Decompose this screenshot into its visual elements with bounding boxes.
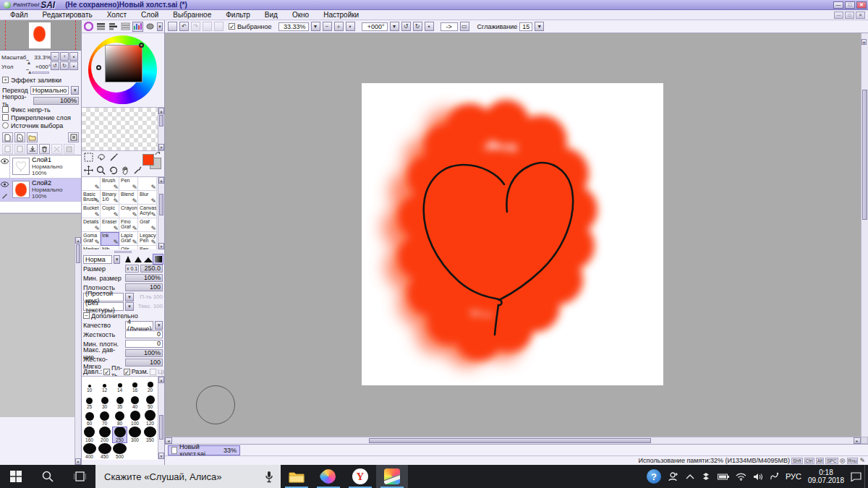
layer-list-scrollbar[interactable]: ▲ ▼ bbox=[75, 237, 81, 465]
zoom-out-button[interactable]: − bbox=[323, 22, 332, 31]
size-option[interactable]: 40 bbox=[127, 393, 142, 410]
tool-cell-nib[interactable]: Nib✎ bbox=[101, 246, 119, 249]
layer-row-2-selected[interactable]: Слой2 Нормально 100% bbox=[0, 179, 81, 202]
scroll-thumb[interactable] bbox=[159, 415, 163, 440]
taskbar-painttool-sai-active[interactable] bbox=[376, 465, 408, 488]
menu-edit[interactable]: Редактировать bbox=[35, 11, 100, 19]
size-option[interactable]: 50 bbox=[142, 393, 158, 410]
taskbar-clock[interactable]: 0:18 09.07.2018 bbox=[808, 468, 844, 484]
invert-selection-button[interactable] bbox=[214, 22, 224, 31]
tool-cell-fino-graf[interactable]: Fino Graf✎ bbox=[119, 218, 138, 232]
size-option[interactable]: 350 bbox=[142, 427, 158, 443]
swatches-tab[interactable] bbox=[132, 22, 143, 32]
rotation-angle-field[interactable]: +000° bbox=[362, 22, 388, 31]
scroll-down-button[interactable]: ▼ bbox=[158, 144, 164, 150]
menu-layer[interactable]: Слой bbox=[134, 11, 166, 19]
brush-edge-sharp[interactable] bbox=[123, 254, 132, 264]
max-pressure-slider[interactable]: 100% bbox=[125, 349, 163, 357]
menu-selection[interactable]: Выбранное bbox=[166, 11, 218, 19]
tool-cell-pen[interactable]: Pen✎ bbox=[119, 177, 138, 191]
size-option[interactable]: 35 bbox=[112, 393, 127, 410]
scroll-thumb[interactable] bbox=[369, 438, 651, 443]
smoothing-value-field[interactable]: 15 bbox=[519, 22, 532, 31]
people-icon[interactable] bbox=[668, 471, 679, 481]
advanced-collapse-button[interactable]: − bbox=[83, 312, 90, 319]
scroll-thumb[interactable] bbox=[76, 244, 80, 263]
menu-filter[interactable]: Фильтр bbox=[218, 11, 258, 19]
size-option[interactable]: 200 bbox=[97, 427, 112, 443]
tool-grid-scrollbar[interactable]: ▲ ▼ bbox=[158, 177, 164, 249]
tool-cell-legacy-pen[interactable]: Legacy Pen✎ bbox=[138, 232, 157, 246]
new-folder-button[interactable] bbox=[27, 132, 38, 142]
size-option[interactable]: 500 bbox=[112, 443, 127, 460]
canvas-vertical-scrollbar[interactable]: ▲ bbox=[861, 33, 868, 437]
scroll-down-button[interactable]: ▼ bbox=[75, 458, 81, 465]
tool-cell-basic-brush[interactable]: Basic Brush✎ bbox=[82, 191, 101, 205]
wifi-icon[interactable] bbox=[736, 473, 746, 481]
dropbox-icon[interactable] bbox=[701, 472, 711, 481]
clip-layer-checkbox[interactable] bbox=[2, 114, 9, 121]
color-wheel-tab[interactable] bbox=[83, 22, 94, 32]
tool-cell[interactable]: ✎ bbox=[82, 177, 101, 191]
tool-cell-goma-graf[interactable]: Goma Graf✎ bbox=[82, 232, 101, 246]
color-wheel[interactable] bbox=[82, 33, 164, 107]
min-size-slider[interactable]: 100% bbox=[125, 274, 163, 282]
rgb-slider-tab[interactable] bbox=[95, 22, 106, 32]
tool-cell-oils[interactable]: Oils✎ bbox=[119, 246, 138, 249]
tool-cell-marker[interactable]: Marker✎ bbox=[82, 246, 101, 249]
zoom-percent-field[interactable]: 33.33% bbox=[278, 22, 309, 31]
size-option[interactable]: 70 bbox=[97, 410, 112, 427]
canvas[interactable] bbox=[362, 83, 663, 385]
lasso-tool[interactable] bbox=[96, 153, 106, 162]
tool-cell-copic[interactable]: Copic✎ bbox=[101, 205, 119, 218]
microphone-icon[interactable] bbox=[265, 471, 273, 483]
taskbar-paint3d[interactable] bbox=[312, 465, 344, 488]
show-desktop-button[interactable] bbox=[864, 465, 868, 488]
selection-visible-checkbox[interactable]: ✓ bbox=[229, 23, 235, 30]
title-bar[interactable]: PaintTool SAI (Не сохранено)Новый холст.… bbox=[0, 0, 868, 10]
scroll-thumb[interactable] bbox=[159, 194, 163, 215]
delete-layer-button[interactable] bbox=[39, 144, 50, 154]
brush-shape-dropdown-button[interactable]: ▼ bbox=[125, 293, 134, 301]
undo-button[interactable]: ↶ bbox=[179, 22, 189, 31]
rotate-cw-button[interactable]: ↻ bbox=[413, 22, 422, 31]
tool-cell-blend[interactable]: Blend✎ bbox=[119, 191, 138, 205]
quality-dropdown-button[interactable]: ▼ bbox=[155, 321, 163, 330]
size-slider[interactable]: 250.0 bbox=[140, 265, 163, 273]
tool-cell-pen2[interactable]: Pen✎ bbox=[138, 246, 157, 249]
size-option[interactable]: 25 bbox=[82, 393, 97, 410]
scratchpad-area[interactable]: ▲ ▼ bbox=[82, 107, 164, 150]
menu-view[interactable]: Вид bbox=[258, 11, 285, 19]
zoom-in-button[interactable]: ＋ bbox=[334, 22, 344, 31]
layer2-visibility-toggle[interactable] bbox=[0, 179, 9, 190]
size-option[interactable]: 160 bbox=[82, 427, 97, 443]
tool-cell-canvas-acryl[interactable]: Canvas Acryl✎ bbox=[138, 205, 157, 218]
menu-file[interactable]: Файл bbox=[3, 11, 35, 19]
tool-cell-eraser[interactable]: Eraser✎ bbox=[101, 218, 119, 232]
hand-tool[interactable] bbox=[121, 166, 130, 175]
tool-cell-bucket[interactable]: Bucket✎ bbox=[82, 205, 101, 218]
scroll-down-button[interactable]: ▼ bbox=[158, 453, 164, 459]
flip-button[interactable]: ▭ bbox=[460, 22, 469, 31]
sv-cursor[interactable] bbox=[139, 43, 144, 48]
taskbar-yandex-browser[interactable]: Y bbox=[344, 465, 376, 488]
scroll-thumb[interactable] bbox=[159, 115, 163, 127]
copy-layer-button[interactable] bbox=[2, 144, 13, 154]
taskbar-file-explorer[interactable] bbox=[281, 465, 312, 488]
eyedropper-tool[interactable] bbox=[133, 166, 142, 175]
magic-wand-tool[interactable] bbox=[109, 153, 119, 162]
min-density-value[interactable]: 0 bbox=[125, 340, 163, 348]
tray-expand-chevron[interactable] bbox=[686, 474, 694, 479]
size-option[interactable]: 450 bbox=[97, 443, 112, 460]
tool-cell-lapiz-graf[interactable]: Lapiz Graf✎ bbox=[119, 232, 138, 246]
scroll-up-button[interactable]: ▲ bbox=[158, 377, 164, 383]
flip-field[interactable]: -> bbox=[441, 22, 458, 31]
rotate-ccw-button[interactable]: ↺ bbox=[401, 22, 411, 31]
size-option[interactable]: 80 bbox=[112, 410, 127, 427]
hue-cursor[interactable] bbox=[96, 65, 101, 70]
hard-soft-slider[interactable]: 100 bbox=[125, 359, 163, 367]
size-option[interactable]: 120 bbox=[142, 410, 158, 427]
battery-icon[interactable] bbox=[718, 474, 729, 480]
size-option[interactable]: 60 bbox=[82, 410, 97, 427]
scale-slider[interactable]: ▲ bbox=[26, 53, 29, 61]
